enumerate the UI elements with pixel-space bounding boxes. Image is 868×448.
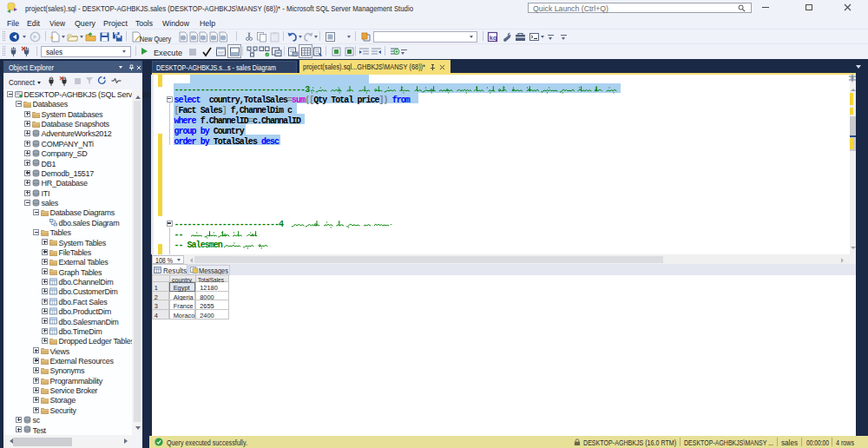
svg-text:kq: kq [490,34,497,42]
